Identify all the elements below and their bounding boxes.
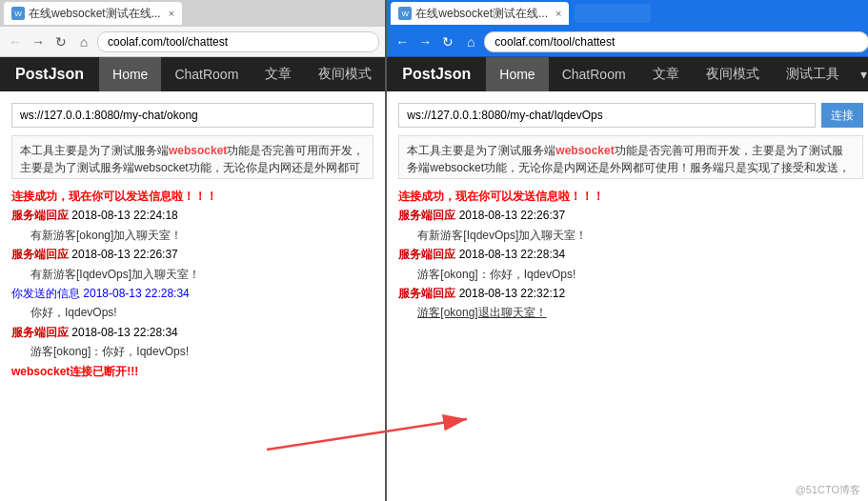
chat-area-1: 连接成功，现在你可以发送信息啦！！！ 服务端回应 2018-08-13 22:2… bbox=[11, 187, 373, 490]
nav-home-2[interactable]: Home bbox=[486, 57, 548, 91]
ws-url-input-1[interactable] bbox=[11, 103, 373, 128]
nav-more-2[interactable]: ▾ bbox=[853, 57, 868, 91]
tab-placeholder-2 bbox=[575, 4, 651, 23]
msg-sent-1: 你发送的信息 2018-08-13 22:28:34 bbox=[11, 284, 373, 303]
description-1: 本工具主要是为了测试服务端websocket功能是否完善可用而开发，主要是为了测… bbox=[11, 135, 373, 179]
refresh-btn-2[interactable]: ↻ bbox=[438, 32, 457, 51]
favicon-1: W bbox=[11, 7, 25, 20]
nav-home-1[interactable]: Home bbox=[99, 57, 161, 91]
back-btn-1[interactable]: ← bbox=[6, 32, 25, 51]
watermark: @51CTO博客 bbox=[796, 483, 860, 497]
tab-bar-1: W 在线websocket测试在线... × bbox=[0, 0, 385, 27]
connect-btn-2[interactable]: 连接 bbox=[821, 103, 863, 128]
tab-close-2[interactable]: × bbox=[555, 8, 561, 19]
favicon-2: W bbox=[398, 7, 412, 20]
msg-received-1: 游客[okong]：你好，IqdevOps! bbox=[11, 342, 373, 361]
nav-night-2[interactable]: 夜间模式 bbox=[693, 57, 773, 91]
forward-btn-1[interactable]: → bbox=[29, 32, 48, 51]
highlight-2: websocket bbox=[555, 144, 614, 157]
msg-disconnect-1: websocket连接已断开!!! bbox=[11, 362, 373, 381]
msg-success-1: 连接成功，现在你可以发送信息啦！！！ bbox=[11, 187, 373, 206]
msg-server-2c: 服务端回应 2018-08-13 22:32:12 bbox=[398, 284, 862, 303]
url-input-1[interactable] bbox=[97, 31, 379, 52]
tab-close-1[interactable]: × bbox=[169, 8, 174, 19]
brand-1[interactable]: PostJson bbox=[0, 57, 99, 91]
nav-article-2[interactable]: 文章 bbox=[639, 57, 693, 91]
msg-server-2b: 服务端回应 2018-08-13 22:28:34 bbox=[398, 245, 862, 264]
tab-bar-2: W 在线websocket测试在线... × bbox=[387, 0, 868, 27]
highlight-1: websocket bbox=[169, 144, 227, 157]
nav-chatroom-1[interactable]: ChatRoom bbox=[161, 57, 252, 91]
url-input-2[interactable] bbox=[484, 31, 868, 52]
address-bar-1: ← → ↻ ⌂ bbox=[0, 27, 385, 57]
msg-server-1c: 服务端回应 2018-08-13 22:28:34 bbox=[11, 323, 373, 342]
tab-label-2: 在线websocket测试在线... bbox=[415, 6, 548, 22]
msg-join-1a: 有新游客[okong]加入聊天室！ bbox=[11, 226, 373, 245]
home-btn-1[interactable]: ⌂ bbox=[74, 32, 93, 51]
nav-night-1[interactable]: 夜间模式 bbox=[305, 57, 385, 91]
forward-btn-2[interactable]: → bbox=[415, 32, 434, 51]
msg-sent-text-1: 你好，IqdevOps! bbox=[11, 303, 373, 322]
nav-chatroom-2[interactable]: ChatRoom bbox=[549, 57, 639, 91]
msg-success-2: 连接成功，现在你可以发送信息啦！！！ bbox=[398, 187, 862, 206]
tab-label-1: 在线websocket测试在线... bbox=[29, 6, 161, 22]
msg-server-1b: 服务端回应 2018-08-13 22:26:37 bbox=[11, 245, 373, 264]
tab-2[interactable]: W 在线websocket测试在线... × bbox=[391, 2, 569, 25]
msg-server-1a: 服务端回应 2018-08-13 22:24:18 bbox=[11, 206, 373, 225]
refresh-btn-1[interactable]: ↻ bbox=[51, 32, 71, 51]
msg-server-2a: 服务端回应 2018-08-13 22:26:37 bbox=[398, 206, 862, 225]
home-btn-2[interactable]: ⌂ bbox=[461, 32, 480, 51]
chat-area-2: 连接成功，现在你可以发送信息啦！！！ 服务端回应 2018-08-13 22:2… bbox=[398, 187, 862, 490]
brand-2[interactable]: PostJson bbox=[387, 57, 486, 91]
tab-1[interactable]: W 在线websocket测试在线... × bbox=[4, 2, 182, 25]
back-btn-2[interactable]: ← bbox=[393, 32, 412, 51]
msg-join-1b: 有新游客[IqdevOps]加入聊天室！ bbox=[11, 265, 373, 284]
description-2: 本工具主要是为了测试服务端websocket功能是否完善可用而开发，主要是为了测… bbox=[398, 135, 862, 179]
address-bar-2: ← → ↻ ⌂ bbox=[387, 27, 868, 57]
nav-menu-2: PostJson Home ChatRoom 文章 夜间模式 测试工具 ▾ bbox=[387, 57, 868, 91]
content-1: 本工具主要是为了测试服务端websocket功能是否完善可用而开发，主要是为了测… bbox=[0, 91, 385, 501]
nav-article-1[interactable]: 文章 bbox=[252, 57, 305, 91]
ws-input-row-2: 连接 bbox=[398, 103, 862, 128]
ws-input-row-1 bbox=[11, 103, 373, 128]
msg-received-2: 游客[okong]：你好，IqdevOps! bbox=[398, 265, 862, 284]
ws-url-input-2[interactable] bbox=[398, 103, 815, 128]
msg-join-2a: 有新游客[IqdevOps]加入聊天室！ bbox=[398, 226, 862, 245]
nav-tools-2[interactable]: 测试工具 bbox=[773, 57, 853, 91]
content-2: 连接 本工具主要是为了测试服务端websocket功能是否完善可用而开发，主要是… bbox=[387, 91, 868, 501]
msg-leave-2: 游客[okong]退出聊天室！ bbox=[398, 303, 862, 322]
nav-menu-1: PostJson Home ChatRoom 文章 夜间模式 bbox=[0, 57, 385, 91]
